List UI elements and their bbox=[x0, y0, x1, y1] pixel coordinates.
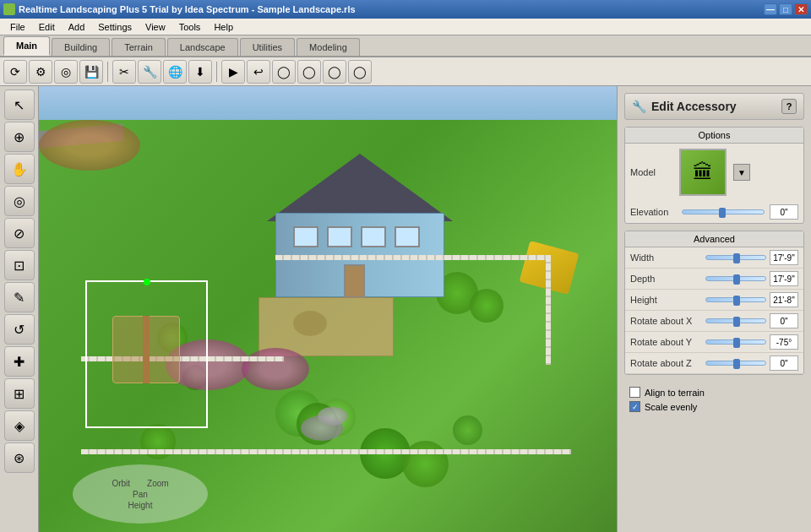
menu-item-view[interactable]: View bbox=[139, 20, 172, 34]
toolbar-btn-4[interactable]: ✂ bbox=[112, 60, 136, 84]
toolbar-btn-7[interactable]: ⬇ bbox=[188, 60, 212, 84]
sidebar-tool-0[interactable]: ↖ bbox=[4, 90, 35, 120]
prop-slider-thumb-5[interactable] bbox=[733, 359, 740, 369]
prop-slider-thumb-4[interactable] bbox=[733, 338, 740, 348]
left-sidebar: ↖⊕✋◎⊘⊡✎↺✚⊞◈⊛ bbox=[0, 86, 39, 532]
viewport[interactable]: Orbit Zoom Pan Height bbox=[39, 86, 617, 532]
sidebar-tool-10[interactable]: ◈ bbox=[4, 410, 35, 441]
prop-value-1[interactable]: 17'-9" bbox=[770, 271, 798, 286]
fence-horizontal-2 bbox=[81, 449, 571, 454]
prop-slider-1[interactable] bbox=[705, 276, 766, 281]
sidebar-tool-6[interactable]: ✎ bbox=[4, 282, 35, 312]
tree-12 bbox=[453, 415, 482, 445]
toolbar-btn-1[interactable]: ⚙ bbox=[29, 60, 52, 84]
toolbar-separator-7 bbox=[216, 62, 217, 82]
fence-vertical-1 bbox=[546, 255, 551, 365]
pan-label: Pan bbox=[133, 490, 148, 499]
menu-item-help[interactable]: Help bbox=[207, 20, 240, 34]
sidebar-tool-4[interactable]: ⊘ bbox=[4, 218, 35, 248]
prop-slider-5[interactable] bbox=[705, 361, 766, 366]
prop-label-0: Width bbox=[630, 252, 702, 263]
model-dropdown-button[interactable]: ▼ bbox=[733, 164, 750, 181]
prop-slider-4[interactable] bbox=[705, 339, 766, 345]
menu-bar: FileEditAddSettingsViewToolsHelp bbox=[0, 19, 811, 35]
toolbar-btn-12[interactable]: ◯ bbox=[323, 60, 346, 84]
checkboxes: Align to terrainScale evenly bbox=[624, 382, 804, 417]
selection-handle bbox=[144, 279, 150, 285]
tab-terrain[interactable]: Terrain bbox=[112, 38, 166, 56]
sidebar-tool-3[interactable]: ◎ bbox=[4, 186, 35, 216]
house bbox=[267, 154, 453, 306]
sidebar-tool-5[interactable]: ⊡ bbox=[4, 250, 35, 280]
checkbox-1[interactable] bbox=[629, 401, 640, 412]
prop-row-1: Depth17'-9" bbox=[625, 269, 803, 290]
prop-slider-0[interactable] bbox=[705, 255, 766, 260]
flower-bed-2 bbox=[242, 348, 309, 390]
elevation-label: Elevation bbox=[630, 207, 677, 217]
prop-value-3[interactable]: 0" bbox=[770, 313, 798, 328]
tab-building[interactable]: Building bbox=[52, 38, 110, 56]
prop-value-2[interactable]: 21'-8" bbox=[770, 292, 798, 307]
toolbar: ⟳⚙◎💾✂🔧🌐⬇▶↩◯◯◯◯ bbox=[0, 57, 811, 86]
toolbar-btn-11[interactable]: ◯ bbox=[297, 60, 321, 84]
edit-accessory-title: 🔧 Edit Accessory bbox=[632, 100, 737, 113]
house-roof bbox=[267, 154, 453, 221]
menu-item-add[interactable]: Add bbox=[62, 20, 92, 34]
prop-slider-thumb-1[interactable] bbox=[733, 274, 740, 285]
model-icon: 🏛 bbox=[693, 160, 713, 184]
checkbox-row-1: Scale evenly bbox=[629, 399, 799, 414]
toolbar-btn-10[interactable]: ◯ bbox=[272, 60, 296, 84]
checkbox-row-0: Align to terrain bbox=[629, 385, 799, 399]
close-button[interactable]: ✕ bbox=[794, 3, 808, 15]
toolbar-btn-13[interactable]: ◯ bbox=[348, 60, 372, 84]
prop-slider-thumb-0[interactable] bbox=[733, 253, 740, 263]
maximize-button[interactable]: □ bbox=[779, 3, 792, 15]
tab-bar: MainBuildingTerrainLandscapeUtilitiesMod… bbox=[0, 35, 811, 57]
menu-item-edit[interactable]: Edit bbox=[32, 20, 62, 34]
prop-slider-3[interactable] bbox=[705, 318, 766, 323]
toolbar-btn-8[interactable]: ▶ bbox=[221, 60, 245, 84]
tab-main[interactable]: Main bbox=[3, 36, 50, 56]
toolbar-btn-5[interactable]: 🔧 bbox=[138, 60, 161, 84]
elevation-slider[interactable] bbox=[682, 209, 765, 214]
prop-value-5[interactable]: 0" bbox=[770, 356, 798, 371]
options-header: Options bbox=[625, 128, 803, 144]
help-button[interactable]: ? bbox=[781, 99, 797, 114]
zoom-label: Zoom bbox=[147, 479, 169, 488]
sidebar-tool-1[interactable]: ⊕ bbox=[4, 122, 35, 152]
orbit-label: Orbit bbox=[112, 479, 130, 488]
checkbox-0[interactable] bbox=[629, 387, 640, 398]
elevation-slider-thumb[interactable] bbox=[719, 208, 726, 218]
edit-accessory-label: Edit Accessory bbox=[651, 100, 737, 113]
toolbar-btn-3[interactable]: 💾 bbox=[79, 60, 103, 84]
prop-label-3: Rotate about X bbox=[630, 316, 702, 326]
elevation-value[interactable]: 0" bbox=[770, 204, 798, 220]
model-preview[interactable]: 🏛 bbox=[679, 149, 727, 196]
sidebar-tool-7[interactable]: ↺ bbox=[4, 314, 35, 345]
menu-item-settings[interactable]: Settings bbox=[91, 20, 139, 34]
title-bar-buttons: — □ ✕ bbox=[764, 3, 808, 15]
prop-row-3: Rotate about X0" bbox=[625, 311, 803, 332]
prop-value-4[interactable]: -75° bbox=[770, 334, 798, 350]
menu-item-file[interactable]: File bbox=[3, 20, 32, 34]
prop-row-5: Rotate about Z0" bbox=[625, 353, 803, 374]
tab-utilities[interactable]: Utilities bbox=[240, 38, 295, 56]
toolbar-btn-9[interactable]: ↩ bbox=[247, 60, 270, 84]
toolbar-btn-2[interactable]: ◎ bbox=[54, 60, 78, 84]
checkbox-label-1: Scale evenly bbox=[645, 402, 697, 412]
sidebar-tool-11[interactable]: ⊛ bbox=[4, 442, 35, 473]
prop-slider-thumb-3[interactable] bbox=[733, 317, 740, 327]
minimize-button[interactable]: — bbox=[764, 3, 777, 15]
toolbar-btn-0[interactable]: ⟳ bbox=[3, 60, 27, 84]
sidebar-tool-8[interactable]: ✚ bbox=[4, 346, 35, 377]
prop-value-0[interactable]: 17'-9" bbox=[770, 250, 798, 265]
menu-item-tools[interactable]: Tools bbox=[172, 20, 208, 34]
toolbar-btn-6[interactable]: 🌐 bbox=[163, 60, 187, 84]
prop-slider-2[interactable] bbox=[705, 297, 766, 302]
tab-landscape[interactable]: Landscape bbox=[167, 38, 238, 56]
sidebar-tool-2[interactable]: ✋ bbox=[4, 154, 35, 184]
sidebar-tool-9[interactable]: ⊞ bbox=[4, 378, 35, 409]
prop-slider-thumb-2[interactable] bbox=[733, 296, 740, 306]
tab-modeling[interactable]: Modeling bbox=[297, 38, 360, 56]
app-icon bbox=[3, 3, 15, 15]
